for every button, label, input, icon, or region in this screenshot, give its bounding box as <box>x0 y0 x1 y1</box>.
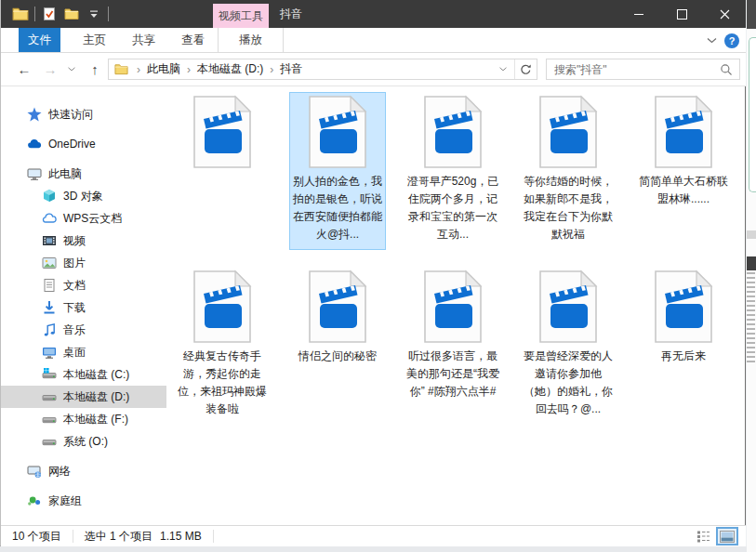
breadcrumb-separator: › <box>134 63 143 76</box>
sidebar-item-videos[interactable]: 视频 <box>1 230 166 252</box>
ribbon-collapse-chevron-icon[interactable] <box>707 37 717 44</box>
back-button[interactable]: ← <box>16 61 33 77</box>
file-item-6[interactable]: 经典复古传奇手游，秀起你的走位，来祖玛神殿爆装备啦 <box>174 267 271 425</box>
sidebar-item-pictures[interactable]: 图片 <box>1 252 166 274</box>
sidebar-label: 桌面 <box>63 345 86 361</box>
sidebar-item-drive-c[interactable]: 本地磁盘 (C:) <box>1 363 166 386</box>
tab-view[interactable]: 查看 <box>168 28 218 52</box>
network-icon <box>27 464 42 479</box>
breadcrumb-separator: › <box>184 63 193 76</box>
drive-icon <box>42 412 57 427</box>
drive-icon <box>42 434 57 449</box>
refresh-button[interactable] <box>514 59 537 79</box>
video-file-icon <box>538 269 598 344</box>
file-item-1[interactable] <box>174 92 271 250</box>
app-folder-icon <box>12 6 29 22</box>
film-icon <box>42 233 57 248</box>
file-item-4[interactable]: 等你结婚的时候，如果新郎不是我，我定在台下为你默默祝福 <box>520 92 617 250</box>
search-input[interactable] <box>547 63 720 76</box>
video-file-icon <box>308 269 367 344</box>
sidebar-label: 系统 (O:) <box>63 434 108 450</box>
sidebar-item-drive-o[interactable]: 系统 (O:) <box>1 430 166 453</box>
window-title: 抖音 <box>280 0 302 28</box>
status-separator <box>73 530 73 543</box>
large-icons-view-button[interactable] <box>716 527 738 545</box>
file-item-5[interactable]: 简简单单大石桥联盟林琳...... <box>635 92 732 250</box>
tab-share[interactable]: 共享 <box>119 28 168 52</box>
thumbnail-view-icon <box>720 531 735 543</box>
tab-home[interactable]: 主页 <box>70 28 119 52</box>
file-label: 简简单单大石桥联盟林琳...... <box>637 173 730 208</box>
maximize-button[interactable] <box>660 0 703 28</box>
forward-button[interactable]: → <box>42 61 59 77</box>
recent-locations-chevron-icon[interactable] <box>68 67 77 72</box>
address-bar-row: ← → ↑ › 此电脑 › 本地磁盘 (D:) › 抖音 <box>1 53 746 86</box>
download-arrow-icon <box>42 300 57 315</box>
video-file-icon <box>192 95 252 169</box>
sidebar-item-onedrive[interactable]: OneDrive <box>1 133 166 155</box>
wps-cloud-icon <box>42 211 57 226</box>
file-item-8[interactable]: 听过很多语言，最美的那句还是“我爱你” #陈翔六点半# <box>405 267 501 425</box>
properties-icon[interactable] <box>41 6 58 22</box>
file-item-2-selected[interactable]: 别人拍的金色，我拍的是银色，听说在西安随便拍都能火@抖... <box>289 92 386 250</box>
sidebar-item-homegroup[interactable]: 家庭组 <box>1 490 166 512</box>
video-file-icon <box>423 95 483 169</box>
sidebar-item-drive-f[interactable]: 本地磁盘 (F:) <box>1 408 166 430</box>
3d-cube-icon <box>42 189 57 204</box>
breadcrumb-this-pc[interactable]: 此电脑 <box>143 61 184 77</box>
sidebar-item-drive-d[interactable]: 本地磁盘 (D:) <box>1 386 166 408</box>
close-button[interactable] <box>703 0 746 28</box>
explorer-window: 视频工具 抖音 文件 主页 共享 查看 播放 ? ← → <box>0 0 746 546</box>
new-folder-icon[interactable] <box>63 6 80 22</box>
sidebar-item-quick-access[interactable]: 快速访问 <box>1 103 166 125</box>
sidebar-label: 图片 <box>63 256 86 271</box>
status-separator <box>213 530 214 543</box>
file-label: 澄哥早产520g，已住院两个多月，记录和宝宝的第一次互动... <box>406 173 499 243</box>
item-count: 10 个项目 <box>1 529 67 545</box>
file-item-10[interactable]: 再无后来 <box>635 267 732 425</box>
breadcrumb-separator: › <box>267 63 276 76</box>
contextual-tab-video-tools[interactable]: 视频工具 <box>213 4 269 28</box>
title-bar: 视频工具 抖音 <box>1 0 746 28</box>
address-bar[interactable]: › 此电脑 › 本地磁盘 (D:) › 抖音 <box>108 59 537 80</box>
sidebar-item-music[interactable]: 音乐 <box>1 319 166 341</box>
navigation-pane: 快速访问 OneDrive 此电脑 3D 对象 <box>1 86 166 525</box>
sidebar-label: 本地磁盘 (F:) <box>63 412 128 427</box>
sidebar-item-documents[interactable]: 文档 <box>1 274 166 296</box>
drive-icon <box>42 389 57 404</box>
up-button[interactable]: ↑ <box>86 61 103 77</box>
file-label: 再无后来 <box>637 348 730 365</box>
sidebar-item-wps-cloud[interactable]: WPS云文档 <box>1 207 166 230</box>
help-icon[interactable]: ? <box>724 33 739 48</box>
sidebar-item-desktop[interactable]: 桌面 <box>1 341 166 363</box>
sidebar-item-downloads[interactable]: 下载 <box>1 296 166 319</box>
file-label: 听过很多语言，最美的那句还是“我爱你” #陈翔六点半# <box>406 348 499 401</box>
video-file-icon <box>538 95 598 169</box>
sidebar-label: OneDrive <box>48 138 96 151</box>
window-controls <box>617 0 746 28</box>
quick-access-star-icon <box>27 107 42 122</box>
toolbar-separator <box>108 7 109 21</box>
sidebar-label: WPS云文档 <box>63 211 122 227</box>
file-item-3[interactable]: 澄哥早产520g，已住院两个多月，记录和宝宝的第一次互动... <box>405 92 501 250</box>
sidebar-item-this-pc[interactable]: 此电脑 <box>1 163 166 185</box>
breadcrumb-douyin[interactable]: 抖音 <box>276 61 306 77</box>
minimize-button[interactable] <box>617 0 660 28</box>
breadcrumb-drive-d[interactable]: 本地磁盘 (D:) <box>193 61 267 77</box>
computer-icon <box>27 166 42 181</box>
customize-toolbar-dropdown-icon[interactable] <box>86 6 102 22</box>
tab-file[interactable]: 文件 <box>19 28 60 52</box>
file-item-7[interactable]: 情侣之间的秘密 <box>289 267 386 425</box>
minimize-icon <box>634 14 643 15</box>
address-dropdown-chevron-icon[interactable] <box>492 67 514 72</box>
details-view-button[interactable] <box>692 527 714 545</box>
background-bottom-strip <box>0 546 747 552</box>
sidebar-item-network[interactable]: 网络 <box>1 460 166 482</box>
sidebar-item-3d-objects[interactable]: 3D 对象 <box>1 185 166 207</box>
sidebar-label: 3D 对象 <box>63 189 103 204</box>
search-icon[interactable] <box>720 63 733 76</box>
address-folder-icon <box>114 62 128 76</box>
tab-play[interactable]: 播放 <box>219 28 283 52</box>
file-item-9[interactable]: 要是曾经深爱的人邀请你参加他（她）的婚礼，你回去吗？@... <box>520 267 617 425</box>
sidebar-label: 音乐 <box>63 322 86 338</box>
